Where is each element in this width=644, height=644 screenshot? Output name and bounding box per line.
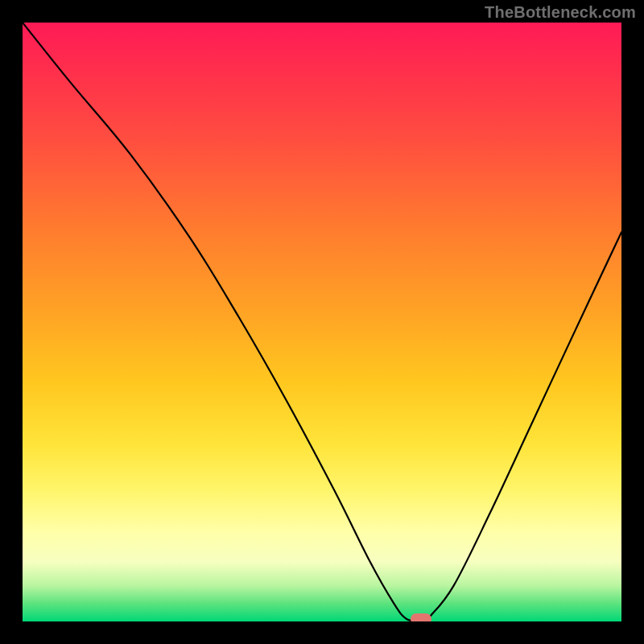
- plot-area: [23, 23, 621, 621]
- watermark-text: TheBottleneck.com: [485, 3, 636, 22]
- chart-frame: TheBottleneck.com: [0, 0, 644, 644]
- bottleneck-gradient: [23, 23, 621, 621]
- optimal-marker: [411, 613, 431, 621]
